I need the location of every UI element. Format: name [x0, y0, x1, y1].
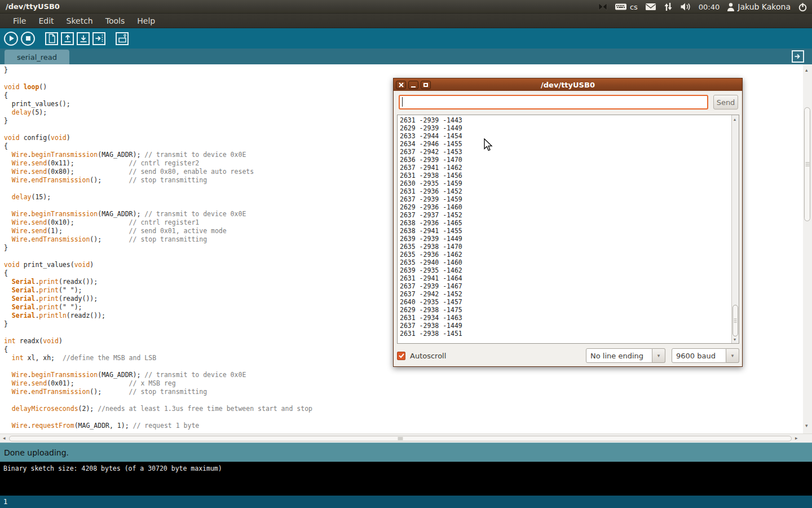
scroll-right-icon[interactable]: ▸: [795, 436, 798, 441]
check-icon: [398, 352, 405, 359]
line-ending-select[interactable]: No line ending ▾: [586, 348, 665, 363]
serial-monitor-titlebar[interactable]: /dev/ttyUSB0: [394, 78, 742, 91]
minimize-icon: [411, 86, 416, 87]
user-menu[interactable]: Jakub Kakona: [727, 2, 791, 11]
menu-help[interactable]: Help: [131, 14, 161, 28]
serial-monitor-window: /dev/ttyUSB0 Send 2631 -2939 -1443 2629 …: [393, 78, 743, 367]
console-output: Binary sketch size: 4208 bytes (of a 307…: [0, 462, 812, 496]
stop-button[interactable]: [21, 32, 35, 46]
thumb-grip: [734, 318, 737, 324]
volume-icon[interactable]: [680, 2, 691, 11]
horizontal-scroll-thumb[interactable]: [9, 436, 792, 441]
mouse-cursor: [483, 138, 495, 152]
open-sketch-button[interactable]: [61, 32, 74, 45]
thumb-grip: [805, 161, 809, 168]
serial-output-area[interactable]: 2631 -2939 -1443 2629 -2939 -1449 2633 -…: [397, 115, 739, 344]
serial-scrollbar[interactable]: ▴ ▾: [731, 115, 739, 343]
chevron-down-icon[interactable]: ▾: [726, 348, 739, 363]
menu-file[interactable]: File: [7, 14, 32, 28]
vertical-scroll-thumb[interactable]: [804, 107, 810, 221]
maximize-icon: [423, 83, 428, 87]
maximize-button[interactable]: [421, 81, 431, 89]
serial-monitor-icon: [117, 33, 127, 43]
keyboard-layout-label: cs: [630, 3, 638, 11]
menubar: FileEditSketchToolsHelp: [0, 14, 812, 28]
console-text: Binary sketch size: 4208 bytes (of a 307…: [0, 462, 812, 473]
serial-scroll-thumb[interactable]: [732, 305, 738, 336]
baud-rate-select[interactable]: 9600 baud ▾: [672, 348, 739, 363]
scroll-down-icon[interactable]: ▾: [805, 423, 808, 428]
upload-button[interactable]: [92, 32, 105, 45]
chevron-down-icon[interactable]: ▾: [652, 348, 665, 363]
network-traffic-icon[interactable]: [664, 2, 673, 11]
close-icon: [399, 82, 404, 87]
session-power-icon[interactable]: [798, 2, 807, 12]
user-icon: [727, 2, 735, 11]
editor-horizontal-scrollbar[interactable]: ◂ ▸: [0, 433, 812, 443]
tab-menu-arrow-icon: [793, 52, 802, 61]
scroll-down-icon[interactable]: ▾: [734, 337, 736, 342]
serial-monitor-title: /dev/ttyUSB0: [394, 81, 742, 89]
arrow-down-icon: [78, 33, 89, 43]
toolbar: [0, 28, 812, 49]
menu-edit[interactable]: Edit: [32, 14, 60, 28]
arrow-right-icon: [94, 33, 104, 43]
send-button[interactable]: Send: [713, 95, 738, 110]
status-bar: Done uploading.: [0, 443, 812, 462]
line-number: 1: [3, 498, 8, 506]
mail-icon[interactable]: [645, 3, 656, 11]
serial-input[interactable]: [399, 95, 708, 110]
minimize-button[interactable]: [408, 81, 418, 89]
stop-icon: [26, 36, 30, 41]
editor-vertical-scrollbar[interactable]: ▴ ▾: [803, 64, 812, 433]
tab-serial-read[interactable]: serial_read: [5, 50, 69, 64]
close-button[interactable]: [396, 81, 406, 89]
status-text: Done uploading.: [4, 448, 69, 457]
panel-window-title: /dev/ttyUSB0: [6, 2, 60, 11]
tabbar: serial_read: [0, 49, 812, 64]
line-ending-value: No line ending: [586, 348, 652, 363]
screen: /dev/ttyUSB0 cs: [0, 0, 812, 508]
play-icon: [10, 36, 14, 41]
menu-tools[interactable]: Tools: [99, 14, 131, 28]
scroll-up-icon[interactable]: ▴: [734, 117, 736, 122]
autoscroll-checkbox[interactable]: [397, 352, 405, 360]
new-file-icon: [47, 33, 57, 43]
baud-rate-value: 9600 baud: [672, 348, 726, 363]
serial-monitor-button[interactable]: [116, 32, 129, 45]
scroll-left-icon[interactable]: ◂: [3, 436, 6, 441]
username-label: Jakub Kakona: [738, 2, 791, 11]
serial-output-text: 2631 -2939 -1443 2629 -2939 -1449 2633 -…: [398, 115, 739, 338]
system-tray: cs 00:40 Jakub Kakona: [598, 0, 807, 14]
new-sketch-button[interactable]: [45, 32, 58, 45]
arrow-up-icon: [63, 33, 73, 43]
scroll-up-icon[interactable]: ▴: [805, 68, 808, 73]
serial-monitor-footer: Autoscroll No line ending ▾ 9600 baud ▾: [397, 347, 739, 364]
autoscroll-label: Autoscroll: [410, 352, 446, 360]
thumb-grip: [398, 437, 403, 441]
top-panel: /dev/ttyUSB0 cs: [0, 0, 812, 14]
clock[interactable]: 00:40: [699, 3, 720, 11]
menu-sketch[interactable]: Sketch: [60, 14, 99, 28]
tab-menu-button[interactable]: [792, 50, 804, 63]
indicator-applet-icon[interactable]: [598, 3, 607, 11]
line-indicator-bar: 1: [0, 496, 812, 508]
save-sketch-button[interactable]: [77, 32, 90, 45]
keyboard-icon: [615, 3, 627, 11]
keyboard-layout-indicator[interactable]: cs: [615, 3, 638, 11]
verify-button[interactable]: [4, 32, 18, 46]
text-caret: [402, 97, 403, 107]
